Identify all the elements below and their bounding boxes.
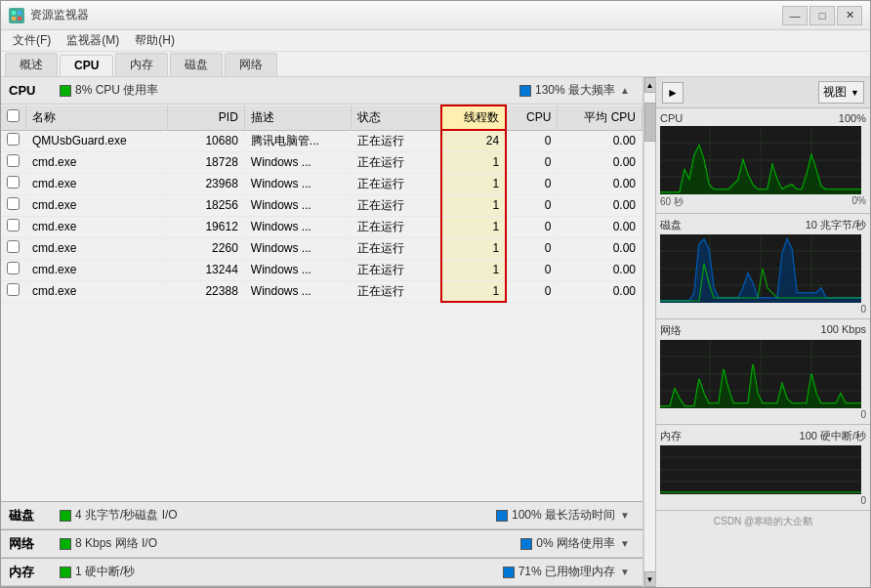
network-stat1: 8 Kbps 网络 I/O — [60, 535, 157, 552]
cpu-stat2-text: 130% 最大频率 — [535, 82, 615, 99]
disk-graph-value: 10 兆字节/秒 — [806, 218, 866, 232]
cpu-graph-header: CPU 100% — [660, 112, 866, 124]
memory-title: 内存 — [9, 564, 48, 581]
row-cpu: 0 — [506, 216, 558, 237]
disk-stat1-indicator — [60, 510, 71, 522]
disk-stat1-text: 4 兆字节/秒磁盘 I/O — [75, 507, 178, 524]
row-avgcpu: 0.00 — [558, 130, 643, 151]
row-checkbox[interactable] — [7, 219, 20, 231]
cpu-stat2-indicator — [519, 85, 531, 97]
window-icon — [9, 8, 24, 23]
memory-chevron[interactable]: ▼ — [615, 563, 635, 582]
tab-network[interactable]: 网络 — [225, 53, 277, 76]
row-checkbox-cell[interactable] — [1, 194, 26, 216]
row-desc: Windows ... — [244, 151, 351, 173]
tab-cpu[interactable]: CPU — [60, 55, 113, 76]
row-threads: 1 — [441, 237, 506, 259]
row-checkbox[interactable] — [7, 133, 20, 146]
scroll-up-button[interactable]: ▲ — [644, 77, 656, 93]
tab-overview[interactable]: 概述 — [5, 53, 58, 76]
cpu-stat1-text: 8% CPU 使用率 — [75, 82, 158, 99]
disk-section-header[interactable]: 磁盘 4 兆字节/秒磁盘 I/O 100% 最长活动时间 ▼ — [1, 502, 643, 529]
menu-help[interactable]: 帮助(H) — [127, 30, 183, 51]
row-checkbox[interactable] — [7, 240, 20, 253]
row-status: 正在运行 — [352, 194, 441, 216]
menu-file[interactable]: 文件(F) — [5, 30, 59, 51]
row-checkbox[interactable] — [7, 154, 20, 167]
col-header-threads[interactable]: 线程数 — [441, 105, 506, 130]
col-header-pid[interactable]: PID — [167, 105, 244, 130]
row-checkbox-cell[interactable] — [1, 259, 26, 280]
cpu-chevron[interactable]: ▲ — [615, 81, 635, 101]
cpu-graph-time-value: 0% — [852, 195, 866, 209]
memory-graph-header: 内存 100 硬中断/秒 — [660, 429, 866, 443]
row-checkbox-cell[interactable] — [1, 130, 26, 151]
watermark: CSDN @寒暗的大企鹅 — [656, 511, 870, 532]
disk-stat2-indicator — [496, 510, 508, 522]
row-checkbox[interactable] — [7, 176, 20, 189]
row-checkbox[interactable] — [7, 197, 20, 210]
row-threads: 24 — [441, 130, 506, 151]
row-avgcpu: 0.00 — [558, 151, 643, 173]
row-status: 正在运行 — [352, 151, 441, 173]
cpu-section-header[interactable]: CPU 8% CPU 使用率 130% 最大频率 ▲ — [1, 77, 643, 105]
select-all-checkbox[interactable] — [7, 109, 20, 122]
disk-chevron[interactable]: ▼ — [615, 506, 635, 525]
view-dropdown[interactable]: 视图 ▼ — [818, 81, 864, 104]
tab-memory[interactable]: 内存 — [115, 53, 168, 76]
row-desc: Windows ... — [244, 259, 351, 280]
row-checkbox-cell[interactable] — [1, 216, 26, 237]
row-checkbox-cell[interactable] — [1, 280, 26, 302]
svg-rect-1 — [18, 11, 21, 15]
disk-graph-header: 磁盘 10 兆字节/秒 — [660, 218, 866, 232]
row-cpu: 0 — [506, 194, 558, 216]
memory-graph-label: 内存 — [660, 429, 682, 443]
col-header-check[interactable] — [1, 105, 26, 130]
row-status: 正在运行 — [352, 173, 441, 194]
network-chevron[interactable]: ▼ — [615, 534, 635, 554]
memory-graph-value: 100 硬中断/秒 — [800, 429, 866, 443]
row-pid: 18728 — [167, 151, 244, 173]
maximize-button[interactable]: □ — [809, 6, 835, 25]
network-stat1-text: 8 Kbps 网络 I/O — [75, 535, 157, 552]
memory-section-header[interactable]: 内存 1 硬中断/秒 71% 已用物理内存 ▼ — [1, 559, 643, 586]
memory-stat1: 1 硬中断/秒 — [60, 564, 135, 580]
row-cpu: 0 — [506, 151, 558, 173]
cpu-graph-label: CPU — [660, 112, 683, 124]
row-checkbox[interactable] — [7, 262, 20, 274]
row-checkbox-cell[interactable] — [1, 173, 26, 194]
network-graph-bottom: 0 — [660, 409, 866, 420]
network-graph-label: 网络 — [660, 323, 682, 338]
minimize-button[interactable]: — — [782, 6, 808, 25]
col-header-avgcpu[interactable]: 平均 CPU — [558, 105, 643, 130]
tab-disk[interactable]: 磁盘 — [170, 53, 223, 76]
cpu-table-container[interactable]: 名称 PID 描述 状态 线程数 CPU 平均 CPU QMUsbGuard.e… — [1, 105, 643, 501]
scroll-thumb[interactable] — [644, 103, 656, 142]
network-section-header[interactable]: 网络 8 Kbps 网络 I/O 0% 网络使用率 ▼ — [1, 530, 643, 558]
menu-monitor[interactable]: 监视器(M) — [59, 30, 127, 51]
row-checkbox-cell[interactable] — [1, 237, 26, 259]
memory-graph-canvas — [660, 445, 861, 494]
col-header-name[interactable]: 名称 — [26, 105, 168, 130]
row-checkbox-cell[interactable] — [1, 151, 26, 173]
cpu-title: CPU — [9, 83, 48, 98]
disk-graph-section: 磁盘 10 兆字节/秒 — [656, 214, 870, 319]
row-checkbox[interactable] — [7, 283, 20, 296]
col-header-desc[interactable]: 描述 — [244, 105, 351, 130]
scroll-down-button[interactable]: ▼ — [644, 571, 656, 587]
disk-stat1: 4 兆字节/秒磁盘 I/O — [60, 507, 178, 524]
memory-graph-section: 内存 100 硬中断/秒 0 — [656, 425, 870, 511]
right-panel: ► 视图 ▼ CPU 100% — [655, 77, 870, 587]
row-desc: Windows ... — [244, 173, 351, 194]
main-window: 资源监视器 — □ ✕ 文件(F) 监视器(M) 帮助(H) 概述 CPU 内存… — [0, 0, 871, 588]
close-button[interactable]: ✕ — [837, 6, 862, 25]
vertical-scrollbar[interactable]: ▲ ▼ — [643, 77, 655, 587]
tab-bar: 概述 CPU 内存 磁盘 网络 — [1, 52, 870, 77]
col-header-status[interactable]: 状态 — [352, 105, 441, 130]
memory-stat1-text: 1 硬中断/秒 — [75, 564, 135, 580]
col-header-cpu[interactable]: CPU — [506, 105, 558, 130]
row-status: 正在运行 — [352, 237, 441, 259]
table-row: cmd.exe 2260 Windows ... 正在运行 1 0 0.00 — [1, 237, 643, 259]
row-name: cmd.exe — [26, 216, 168, 237]
panel-expand-button[interactable]: ► — [662, 82, 684, 104]
